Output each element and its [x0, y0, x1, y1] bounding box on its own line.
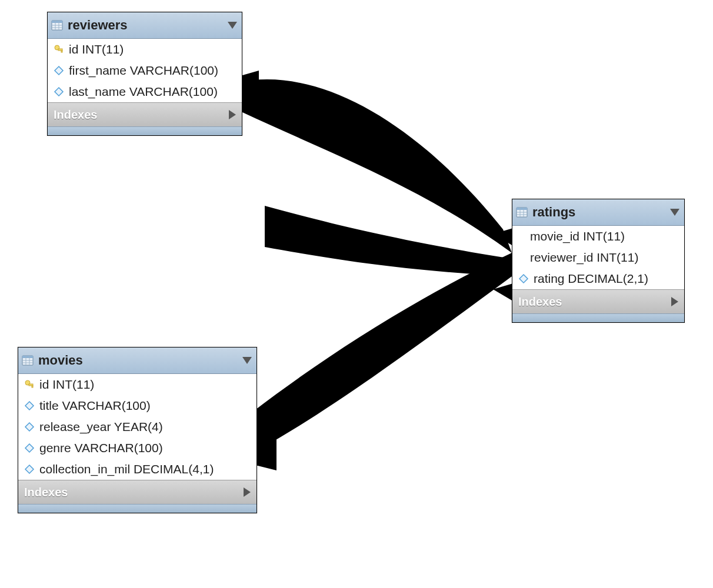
- column-list: id INT(11) title VARCHAR(100) release_ye…: [18, 374, 256, 480]
- column-label: rating DECIMAL(2,1): [534, 272, 648, 286]
- table-header[interactable]: movies: [18, 348, 256, 374]
- table-title: movies: [38, 353, 238, 368]
- table-reviewers[interactable]: reviewers id INT(11) first_name VARCHAR(…: [47, 12, 242, 136]
- column-row[interactable]: collection_in_mil DECIMAL(4,1): [18, 459, 256, 480]
- expand-icon[interactable]: [671, 297, 678, 306]
- crowsfoot-ratings-bot: [493, 283, 513, 301]
- table-title: ratings: [532, 205, 665, 220]
- svg-marker-30: [519, 275, 528, 283]
- column-label: title VARCHAR(100): [39, 399, 151, 413]
- crowsfoot-ratings-mid: [493, 256, 513, 273]
- column-label: collection_in_mil DECIMAL(4,1): [39, 462, 214, 476]
- svg-rect-19: [32, 386, 33, 387]
- svg-rect-25: [517, 208, 527, 210]
- column-row[interactable]: release_year YEAR(4): [18, 416, 256, 437]
- column-label: id INT(11): [39, 377, 94, 392]
- diamond-icon: [24, 464, 35, 475]
- column-row[interactable]: movie_id INT(11): [512, 226, 684, 247]
- column-row[interactable]: title VARCHAR(100): [18, 395, 256, 416]
- svg-rect-12: [22, 356, 33, 358]
- diamond-icon: [54, 86, 64, 97]
- expand-icon[interactable]: [244, 487, 251, 497]
- relationship-mass-middle: [265, 206, 512, 276]
- diamond-icon: [24, 422, 35, 432]
- diamond-icon: [518, 273, 529, 284]
- column-row[interactable]: last_name VARCHAR(100): [48, 81, 242, 102]
- column-label: release_year YEAR(4): [39, 420, 163, 434]
- svg-marker-23: [25, 465, 34, 473]
- column-row[interactable]: rating DECIMAL(2,1): [512, 268, 684, 289]
- svg-marker-21: [25, 423, 34, 431]
- indexes-section[interactable]: Indexes: [512, 289, 684, 313]
- indexes-section[interactable]: Indexes: [18, 480, 256, 504]
- column-label: id INT(11): [69, 42, 124, 56]
- column-label: first_name VARCHAR(100): [69, 64, 218, 78]
- table-header[interactable]: ratings: [512, 199, 684, 226]
- svg-marker-22: [25, 444, 34, 452]
- table-icon: [22, 355, 34, 366]
- indexes-label: Indexes: [24, 486, 68, 499]
- collapse-icon[interactable]: [670, 209, 679, 216]
- column-list: movie_id INT(11) reviewer_id INT(11) rat…: [512, 226, 684, 289]
- key-icon: [54, 44, 64, 55]
- table-icon: [51, 20, 63, 31]
- collapse-icon[interactable]: [228, 22, 237, 29]
- relationship-movies-ratings: [253, 253, 512, 453]
- column-row[interactable]: genre VARCHAR(100): [18, 437, 256, 459]
- diamond-icon: [54, 65, 64, 76]
- column-list: id INT(11) first_name VARCHAR(100) last_…: [48, 39, 242, 102]
- expand-icon[interactable]: [229, 110, 236, 119]
- svg-marker-20: [25, 402, 34, 410]
- column-label: last_name VARCHAR(100): [69, 85, 218, 99]
- key-icon: [24, 379, 35, 390]
- column-row[interactable]: id INT(11): [18, 374, 256, 395]
- table-footer-strip: [18, 504, 256, 513]
- crowsfoot-ratings-top: [493, 228, 513, 246]
- svg-marker-10: [55, 88, 63, 96]
- table-icon: [516, 207, 528, 218]
- column-row[interactable]: reviewer_id INT(11): [512, 247, 684, 268]
- relationship-reviewers-ratings: [238, 79, 512, 253]
- collapse-icon[interactable]: [242, 357, 252, 364]
- indexes-label: Indexes: [54, 108, 97, 122]
- column-row[interactable]: first_name VARCHAR(100): [48, 60, 242, 81]
- column-label: reviewer_id INT(11): [530, 250, 638, 265]
- table-ratings[interactable]: ratings movie_id INT(11) reviewer_id INT…: [512, 199, 685, 323]
- column-label: movie_id INT(11): [530, 229, 625, 243]
- column-row[interactable]: id INT(11): [48, 39, 242, 60]
- column-label: genre VARCHAR(100): [39, 441, 163, 455]
- indexes-section[interactable]: Indexes: [48, 102, 242, 126]
- svg-rect-1: [52, 21, 62, 23]
- svg-rect-8: [61, 51, 62, 52]
- table-movies[interactable]: movies id INT(11) title VARCHAR(100) rel…: [18, 347, 257, 513]
- diamond-icon: [24, 443, 35, 453]
- svg-marker-9: [55, 66, 63, 75]
- diamond-icon: [24, 400, 35, 411]
- table-footer-strip: [512, 313, 684, 322]
- indexes-label: Indexes: [518, 295, 562, 309]
- table-header[interactable]: reviewers: [48, 12, 242, 39]
- table-footer-strip: [48, 126, 242, 135]
- table-title: reviewers: [68, 18, 223, 33]
